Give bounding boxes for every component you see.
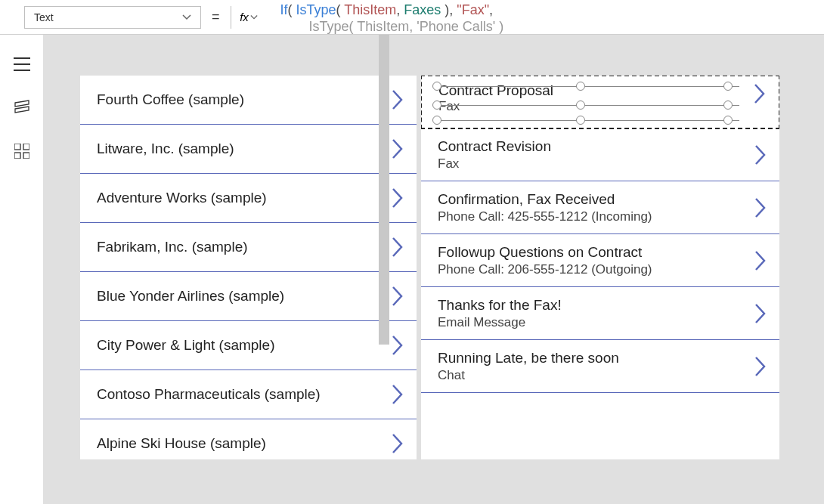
app-canvas: Fourth Coffee (sample)Litware, Inc. (sam… xyxy=(80,76,780,459)
fx-button[interactable]: fx xyxy=(231,6,267,29)
chevron-right-icon[interactable] xyxy=(754,249,767,272)
canvas-background[interactable]: Fourth Coffee (sample)Litware, Inc. (sam… xyxy=(44,35,824,504)
chevron-right-icon[interactable] xyxy=(391,88,404,111)
fx-label: fx xyxy=(240,11,249,23)
property-dropdown-label: Text xyxy=(34,11,54,23)
chevron-right-icon[interactable] xyxy=(754,144,767,166)
chevron-right-icon[interactable] xyxy=(391,383,404,406)
svg-rect-2 xyxy=(14,153,20,159)
scrollbar[interactable] xyxy=(379,35,389,345)
chevron-right-icon[interactable] xyxy=(391,187,404,209)
main-area: Fourth Coffee (sample)Litware, Inc. (sam… xyxy=(0,35,824,504)
property-dropdown[interactable]: Text xyxy=(24,6,201,29)
chevron-right-icon[interactable] xyxy=(391,432,404,455)
components-icon[interactable] xyxy=(14,144,29,159)
list-item-title: Fourth Coffee (sample) xyxy=(97,91,244,108)
list-item-title: Running Late, be there soon xyxy=(438,350,619,366)
list-item[interactable]: Fourth Coffee (sample) xyxy=(80,76,417,125)
activities-gallery[interactable]: Contract ProposalFaxContract RevisionFax… xyxy=(421,76,779,459)
chevron-down-icon xyxy=(182,13,191,22)
formula-bar[interactable]: If( IsType( ThisItem, Faxes ), "Fax",IsT… xyxy=(274,0,818,35)
menu-icon[interactable] xyxy=(14,57,30,71)
list-item[interactable]: Fabrikam, Inc. (sample) xyxy=(80,223,417,272)
chevron-down-icon xyxy=(250,14,258,21)
list-item[interactable]: Running Late, be there soonChat xyxy=(421,340,779,393)
list-item[interactable]: Blue Yonder Airlines (sample) xyxy=(80,272,417,321)
list-item[interactable]: Adventure Works (sample) xyxy=(80,174,417,223)
list-item-title: Followup Questions on Contract xyxy=(438,244,652,261)
list-item-title: Fabrikam, Inc. (sample) xyxy=(97,239,248,255)
list-item-title: Contract Revision xyxy=(438,138,551,155)
list-item[interactable]: Alpine Ski House (sample) xyxy=(80,419,417,459)
list-item-subtitle: Email Message xyxy=(438,315,562,330)
svg-rect-0 xyxy=(14,144,20,150)
chevron-right-icon[interactable] xyxy=(391,334,404,357)
list-item[interactable]: Thanks for the Fax!Email Message xyxy=(421,287,779,340)
chevron-right-icon[interactable] xyxy=(391,236,404,258)
list-item-subtitle: Chat xyxy=(438,368,619,383)
equals-label: = xyxy=(209,9,223,25)
list-item-title: Alpine Ski House (sample) xyxy=(97,435,266,452)
chevron-right-icon[interactable] xyxy=(391,138,404,160)
accounts-gallery[interactable]: Fourth Coffee (sample)Litware, Inc. (sam… xyxy=(80,76,417,459)
list-item-subtitle: Fax xyxy=(438,156,551,172)
list-item-title: Contoso Pharmaceuticals (sample) xyxy=(97,386,321,403)
svg-rect-1 xyxy=(23,144,29,150)
list-item[interactable]: City Power & Light (sample) xyxy=(80,321,417,370)
list-item-title: City Power & Light (sample) xyxy=(97,337,274,354)
list-item[interactable]: Litware, Inc. (sample) xyxy=(80,125,417,174)
tree-icon[interactable] xyxy=(14,100,30,115)
list-item-title: Adventure Works (sample) xyxy=(97,190,267,206)
chevron-right-icon[interactable] xyxy=(754,196,767,219)
list-item[interactable]: Contoso Pharmaceuticals (sample) xyxy=(80,370,417,419)
selected-list-item[interactable]: Contract ProposalFax xyxy=(421,76,779,129)
left-rail xyxy=(0,35,44,504)
list-item-title: Thanks for the Fax! xyxy=(438,297,562,314)
chevron-right-icon[interactable] xyxy=(754,355,767,378)
list-item-subtitle: Fax xyxy=(438,99,553,114)
top-toolbar: Text = fx If( IsType( ThisItem, Faxes ),… xyxy=(0,0,824,35)
list-item[interactable]: Confirmation, Fax ReceivedPhone Call: 42… xyxy=(421,181,779,234)
list-item[interactable]: Followup Questions on ContractPhone Call… xyxy=(421,234,779,287)
chevron-right-icon[interactable] xyxy=(754,302,767,325)
list-item-title: Litware, Inc. (sample) xyxy=(97,141,234,157)
list-item-title: Confirmation, Fax Received xyxy=(438,191,652,208)
list-item-title: Contract Proposal xyxy=(438,82,553,99)
list-item[interactable]: Contract RevisionFax xyxy=(421,128,779,181)
list-item-subtitle: Phone Call: 425-555-1212 (Incoming) xyxy=(438,209,652,224)
list-item-subtitle: Phone Call: 206-555-1212 (Outgoing) xyxy=(438,262,652,277)
list-item-title: Blue Yonder Airlines (sample) xyxy=(97,288,284,305)
chevron-right-icon[interactable] xyxy=(391,285,404,308)
svg-rect-3 xyxy=(23,153,29,159)
chevron-right-icon[interactable] xyxy=(753,82,767,105)
